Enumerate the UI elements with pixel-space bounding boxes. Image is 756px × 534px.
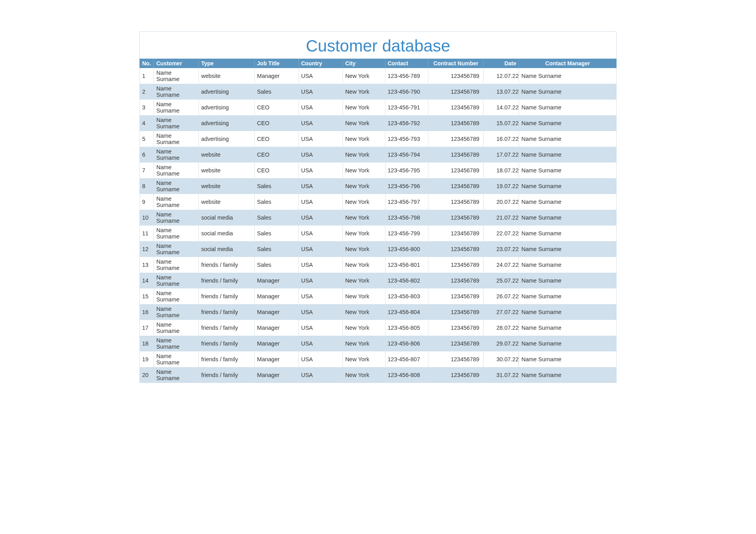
- cell-no: 12: [140, 241, 154, 257]
- table-row: 2Name SurnameadvertisingSalesUSANew York…: [140, 84, 617, 100]
- cell-date: 15.07.22: [484, 115, 519, 131]
- header-job: Job Title: [254, 59, 298, 68]
- cell-date: 23.07.22: [484, 241, 519, 257]
- cell-no: 11: [140, 225, 154, 241]
- header-row: No. Customer Type Job Title Country City…: [140, 59, 617, 68]
- cell-city: New York: [343, 178, 385, 194]
- cell-city: New York: [343, 367, 385, 383]
- cell-country: USA: [298, 288, 343, 304]
- cell-contact: 123-456-791: [385, 100, 428, 115]
- cell-type: social media: [198, 225, 254, 241]
- cell-city: New York: [343, 131, 385, 147]
- cell-job: CEO: [254, 147, 298, 163]
- cell-contract: 123456789: [428, 115, 484, 131]
- cell-no: 19: [140, 351, 154, 367]
- cell-contact: 123-456-803: [385, 288, 428, 304]
- cell-customer: Name Surname: [154, 115, 198, 131]
- cell-manager: Name Surname: [519, 257, 617, 273]
- cell-country: USA: [298, 84, 343, 100]
- cell-country: USA: [298, 68, 343, 84]
- cell-contract: 123456789: [428, 288, 484, 304]
- cell-manager: Name Surname: [519, 210, 617, 225]
- cell-manager: Name Surname: [519, 178, 617, 194]
- cell-job: CEO: [254, 115, 298, 131]
- cell-job: Manager: [254, 68, 298, 84]
- cell-contact: 123-456-800: [385, 241, 428, 257]
- cell-date: 26.07.22: [484, 288, 519, 304]
- cell-type: advertising: [198, 131, 254, 147]
- table-row: 12Name Surnamesocial mediaSalesUSANew Yo…: [140, 241, 617, 257]
- cell-date: 27.07.22: [484, 304, 519, 320]
- cell-customer: Name Surname: [154, 131, 198, 147]
- cell-type: website: [198, 178, 254, 194]
- cell-manager: Name Surname: [519, 273, 617, 288]
- cell-date: 18.07.22: [484, 163, 519, 178]
- cell-country: USA: [298, 210, 343, 225]
- cell-no: 6: [140, 147, 154, 163]
- cell-contact: 123-456-799: [385, 225, 428, 241]
- cell-job: Manager: [254, 367, 298, 383]
- cell-city: New York: [343, 84, 385, 100]
- cell-manager: Name Surname: [519, 115, 617, 131]
- cell-manager: Name Surname: [519, 163, 617, 178]
- cell-contract: 123456789: [428, 178, 484, 194]
- cell-customer: Name Surname: [154, 288, 198, 304]
- cell-date: 21.07.22: [484, 210, 519, 225]
- cell-job: Manager: [254, 273, 298, 288]
- cell-job: Sales: [254, 257, 298, 273]
- cell-type: friends / family: [198, 273, 254, 288]
- table-row: 7Name SurnamewebsiteCEOUSANew York123-45…: [140, 163, 617, 178]
- cell-manager: Name Surname: [519, 320, 617, 336]
- cell-city: New York: [343, 68, 385, 84]
- cell-contact: 123-456-804: [385, 304, 428, 320]
- cell-contact: 123-456-797: [385, 194, 428, 210]
- customer-table: No. Customer Type Job Title Country City…: [139, 59, 617, 383]
- cell-customer: Name Surname: [154, 225, 198, 241]
- cell-type: friends / family: [198, 304, 254, 320]
- cell-manager: Name Surname: [519, 225, 617, 241]
- cell-type: advertising: [198, 115, 254, 131]
- cell-type: website: [198, 163, 254, 178]
- cell-customer: Name Surname: [154, 336, 198, 351]
- cell-date: 20.07.22: [484, 194, 519, 210]
- cell-contact: 123-456-796: [385, 178, 428, 194]
- header-country: Country: [298, 59, 343, 68]
- cell-country: USA: [298, 257, 343, 273]
- cell-manager: Name Surname: [519, 367, 617, 383]
- cell-contract: 123456789: [428, 336, 484, 351]
- cell-no: 7: [140, 163, 154, 178]
- cell-contract: 123456789: [428, 131, 484, 147]
- cell-no: 17: [140, 320, 154, 336]
- cell-country: USA: [298, 241, 343, 257]
- cell-no: 4: [140, 115, 154, 131]
- cell-customer: Name Surname: [154, 351, 198, 367]
- cell-type: website: [198, 68, 254, 84]
- table-row: 8Name SurnamewebsiteSalesUSANew York123-…: [140, 178, 617, 194]
- cell-city: New York: [343, 304, 385, 320]
- cell-contract: 123456789: [428, 351, 484, 367]
- cell-no: 13: [140, 257, 154, 273]
- cell-country: USA: [298, 320, 343, 336]
- cell-customer: Name Surname: [154, 178, 198, 194]
- table-row: 9Name SurnamewebsiteSalesUSANew York123-…: [140, 194, 617, 210]
- cell-manager: Name Surname: [519, 351, 617, 367]
- cell-no: 9: [140, 194, 154, 210]
- cell-date: 28.07.22: [484, 320, 519, 336]
- cell-no: 15: [140, 288, 154, 304]
- cell-manager: Name Surname: [519, 241, 617, 257]
- table-row: 6Name SurnamewebsiteCEOUSANew York123-45…: [140, 147, 617, 163]
- title-wrapper: Customer database: [139, 31, 617, 59]
- table-row: 15Name Surnamefriends / familyManagerUSA…: [140, 288, 617, 304]
- cell-customer: Name Surname: [154, 320, 198, 336]
- cell-job: Manager: [254, 336, 298, 351]
- cell-no: 8: [140, 178, 154, 194]
- cell-contact: 123-456-805: [385, 320, 428, 336]
- cell-date: 12.07.22: [484, 68, 519, 84]
- cell-no: 5: [140, 131, 154, 147]
- table-row: 11Name Surnamesocial mediaSalesUSANew Yo…: [140, 225, 617, 241]
- cell-country: USA: [298, 336, 343, 351]
- cell-manager: Name Surname: [519, 304, 617, 320]
- table-row: 3Name SurnameadvertisingCEOUSANew York12…: [140, 100, 617, 115]
- table-row: 16Name Surnamefriends / familyManagerUSA…: [140, 304, 617, 320]
- cell-contact: 123-456-806: [385, 336, 428, 351]
